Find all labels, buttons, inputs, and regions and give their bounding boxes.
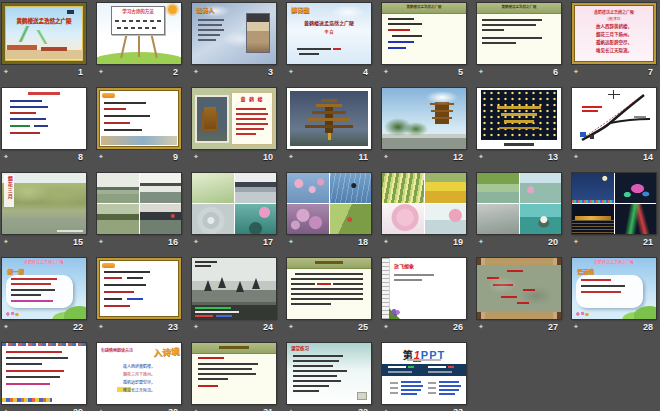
poem-author: (唐)李白	[574, 16, 654, 21]
slide-thumbnail[interactable]	[2, 88, 86, 149]
slide-title: 黄鹤楼送孟浩然之广陵	[5, 16, 83, 24]
slide-thumbnail[interactable]: 学习古诗的方法	[97, 3, 181, 64]
slide-number: 30	[168, 407, 178, 411]
transition-icon: ✦	[288, 407, 294, 411]
slide-thumbnail[interactable]: 入诗境 有感情地朗读古诗 故人西辞黄鹤楼， 烟花三月下扬州。 孤帆远影碧空尽， …	[97, 343, 181, 404]
title-slide-art	[5, 6, 83, 61]
logo-tagline	[407, 359, 441, 361]
slide-thumbnail[interactable]	[477, 258, 561, 319]
thumbnail-footer: ✦24	[192, 319, 276, 333]
thumbnail-footer: ✦18	[287, 234, 371, 248]
thumbnail-footer: ✦30	[97, 404, 181, 411]
slide-cell: ✦11	[287, 88, 371, 163]
watertown-photo-collage	[97, 173, 181, 234]
slide-thumbnail[interactable]: 解诗题 黄鹤楼送孟浩然之广陵 李 白	[287, 3, 371, 64]
slide-cell: ✦25	[287, 258, 371, 333]
transition-icon: ✦	[478, 322, 484, 332]
collage-photo	[235, 173, 277, 203]
thumbnail-footer: ✦23	[97, 319, 181, 333]
cloud-text-box	[576, 275, 643, 308]
slide-number: 11	[358, 152, 368, 162]
transition-icon: ✦	[98, 152, 104, 162]
collage-photo	[615, 204, 657, 234]
transition-icon: ✦	[98, 237, 104, 247]
slide-thumbnail[interactable]: 黄鹤楼送孟浩然之广陵	[2, 3, 86, 64]
slide-thumbnail[interactable]: 烟花三月	[2, 173, 86, 234]
slide-thumbnail[interactable]: 放飞想象	[382, 258, 466, 319]
poem-line: 烟花三月下扬州。	[574, 31, 654, 38]
transition-icon: ✦	[288, 152, 294, 162]
slide-number: 15	[73, 237, 83, 247]
collage-photo	[615, 173, 657, 203]
slide-thumbnail[interactable]: 黄鹤楼送孟浩然之广陵 想一想	[2, 258, 86, 319]
slide-thumbnail[interactable]: 黄鹤楼送孟浩然之广陵	[382, 3, 466, 64]
slide-thumbnail[interactable]	[477, 88, 561, 149]
easel-board: 学习古诗的方法	[111, 6, 165, 35]
transition-icon: ✦	[288, 322, 294, 332]
section-tag: 悟诗情	[577, 267, 594, 275]
slide-thumbnail[interactable]	[192, 258, 276, 319]
slide-number: 12	[453, 152, 463, 162]
slide-thumbnail[interactable]	[2, 343, 86, 404]
thumbnail-footer: ✦20	[477, 234, 561, 248]
board-title: 学习古诗的方法	[112, 8, 164, 15]
poet-portrait	[246, 13, 270, 53]
slide-thumbnail[interactable]	[97, 88, 181, 149]
slide-cell: 黄鹤楼送孟浩然之广陵 悟诗情 ✦28	[572, 258, 656, 333]
slide-number: 2	[173, 67, 178, 77]
transition-icon: ✦	[98, 407, 104, 411]
slide-number: 22	[73, 322, 83, 332]
night-scene-photo-collage	[572, 173, 656, 234]
transition-icon: ✦	[3, 237, 9, 247]
slide-thumbnail[interactable]	[192, 173, 276, 234]
slide-thumbnail[interactable]: 课堂练习	[287, 343, 371, 404]
slide-thumbnail[interactable]: 黄鹤楼送孟浩然之广陵 (唐)李白 故人西辞黄鹤楼， 烟花三月下扬州。 孤帆远影碧…	[572, 3, 656, 64]
riverside-photo-strip	[101, 136, 177, 145]
text-lines	[2, 343, 86, 404]
slide-cell: ✦14	[572, 88, 656, 163]
slide-thumbnail[interactable]: 黄 鹤 楼	[192, 88, 276, 149]
photo-caption	[504, 143, 534, 146]
thumbnail-footer: ✦7	[572, 64, 656, 78]
slide-thumbnail[interactable]	[477, 173, 561, 234]
slide-cell: 黄鹤楼送孟浩然之广陵 (唐)李白 故人西辞黄鹤楼， 烟花三月下扬州。 孤帆远影碧…	[572, 3, 656, 78]
slide-thumbnail[interactable]: 第1PPT	[382, 343, 466, 404]
slide-number: 19	[453, 237, 463, 247]
transition-icon: ✦	[3, 322, 9, 332]
slide-thumbnail[interactable]	[97, 173, 181, 234]
text-lines	[192, 305, 276, 319]
slide-thumbnail[interactable]	[382, 173, 466, 234]
thumbnail-footer: ✦26	[382, 319, 466, 333]
slide-number: 8	[78, 152, 83, 162]
slide-thumbnail[interactable]	[287, 88, 371, 149]
transition-icon: ✦	[383, 67, 389, 77]
poem-line: 故人西辞黄鹤楼，	[574, 23, 654, 30]
slide-thumbnail[interactable]	[382, 88, 466, 149]
slide-number: 10	[263, 152, 273, 162]
slide-thumbnail[interactable]: 黄鹤楼送孟浩然之广陵 悟诗情	[572, 258, 656, 319]
slide-thumbnail[interactable]	[287, 258, 371, 319]
slide-grid: 黄鹤楼送孟浩然之广陵 ✦1 学习古诗的方法 ✦2 知诗人 ✦3 解诗题 黄鹤楼送…	[2, 3, 656, 411]
poem-line: 烟花三月下扬州。	[97, 371, 181, 377]
transition-icon: ✦	[3, 67, 9, 77]
slide-thumbnail[interactable]: 黄鹤楼送孟浩然之广陵	[477, 3, 561, 64]
thumbnail-footer: ✦19	[382, 234, 466, 248]
thumbnail-footer: ✦10	[192, 149, 276, 163]
collage-photo	[382, 204, 424, 234]
map-annotations	[572, 88, 656, 149]
collage-photo	[97, 204, 139, 234]
collage-photo	[520, 204, 562, 234]
slide-number: 25	[358, 322, 368, 332]
slide-thumbnail[interactable]	[572, 88, 656, 149]
slide-thumbnail[interactable]	[572, 173, 656, 234]
section-tag: 解诗题	[291, 5, 309, 14]
slide-thumbnail[interactable]	[287, 173, 371, 234]
slide-number: 14	[643, 152, 653, 162]
collage-photo	[330, 173, 372, 203]
collage-photo	[330, 204, 372, 234]
slide-thumbnail[interactable]	[192, 343, 276, 404]
slide-thumbnail[interactable]	[97, 258, 181, 319]
author-name: 李 白	[287, 29, 371, 35]
poem-title: 黄鹤楼送孟浩然之广陵	[574, 9, 654, 15]
slide-thumbnail[interactable]: 知诗人	[192, 3, 276, 64]
